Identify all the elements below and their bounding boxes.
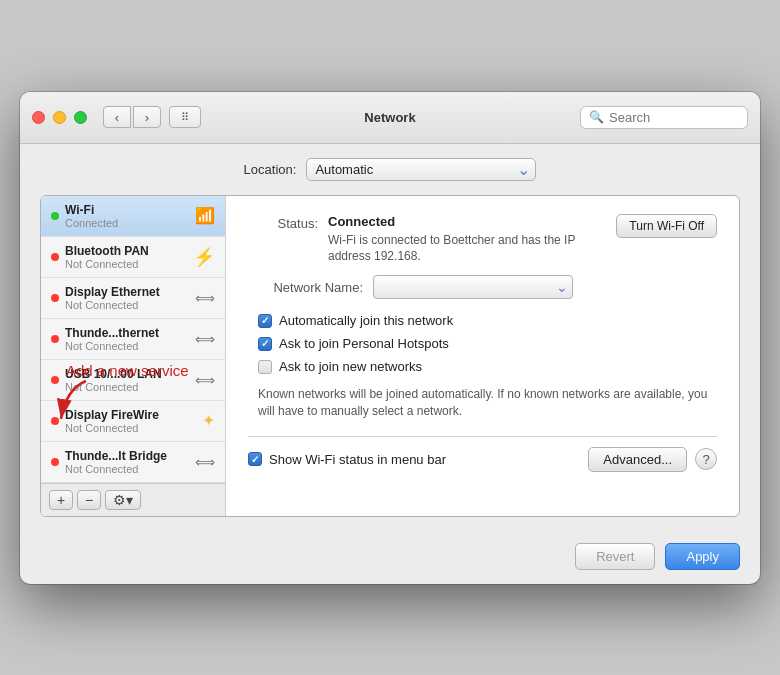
ethernet-icon: ⟺ <box>195 331 215 347</box>
minimize-button[interactable] <box>53 111 66 124</box>
close-button[interactable] <box>32 111 45 124</box>
network-name-label: Network Name: <box>248 280 363 295</box>
firewire-icon: ✦ <box>202 411 215 430</box>
sidebar-item-thunderbolt-bridge[interactable]: Thunde...lt Bridge Not Connected ⟺ <box>41 442 225 483</box>
personal-hotspot-label: Ask to join Personal Hotspots <box>279 336 449 351</box>
status-dot-green <box>51 212 59 220</box>
nav-buttons: ‹ › <box>103 106 161 128</box>
sidebar-item-name: Thunde...lt Bridge <box>65 449 191 463</box>
status-dot-red <box>51 458 59 466</box>
status-dot-red <box>51 335 59 343</box>
add-service-button[interactable]: + <box>49 490 73 510</box>
sidebar-item-text: Display Ethernet Not Connected <box>65 285 191 311</box>
auto-join-label: Automatically join this network <box>279 313 453 328</box>
sidebar: Wi-Fi Connected 📶 Bluetooth PAN Not Conn… <box>41 196 226 516</box>
sidebar-item-name: USB 10/...00 LAN <box>65 367 191 381</box>
network-preferences-window: ‹ › ⠿ Network 🔍 Location: Automatic ⌄ <box>20 92 760 584</box>
known-networks-text: Known networks will be joined automatica… <box>258 386 717 420</box>
location-select[interactable]: Automatic <box>306 158 536 181</box>
main-area: Wi-Fi Connected 📶 Bluetooth PAN Not Conn… <box>40 195 740 517</box>
network-name-select-wrapper: ⌄ <box>373 275 573 299</box>
sidebar-item-wifi[interactable]: Wi-Fi Connected 📶 <box>41 196 225 237</box>
show-menubar-row: Show Wi-Fi status in menu bar <box>248 452 588 467</box>
ethernet-icon: ⟺ <box>195 290 215 306</box>
window-title: Network <box>364 110 415 125</box>
sidebar-item-text: Thunde...thernet Not Connected <box>65 326 191 352</box>
plus-icon: + <box>57 492 65 508</box>
status-dot-red <box>51 294 59 302</box>
apply-button[interactable]: Apply <box>665 543 740 570</box>
personal-hotspot-checkbox[interactable] <box>258 337 272 351</box>
revert-button[interactable]: Revert <box>575 543 655 570</box>
sidebar-item-status: Not Connected <box>65 463 191 475</box>
ethernet-icon: ⟺ <box>195 372 215 388</box>
sidebar-item-text: Bluetooth PAN Not Connected <box>65 244 189 270</box>
forward-button[interactable]: › <box>133 106 161 128</box>
status-connected: Connected <box>328 214 606 229</box>
grid-button[interactable]: ⠿ <box>169 106 201 128</box>
checkboxes: Automatically join this network Ask to j… <box>258 313 717 374</box>
status-dot-red <box>51 417 59 425</box>
checkbox-row-personal-hotspot: Ask to join Personal Hotspots <box>258 336 717 351</box>
maximize-button[interactable] <box>74 111 87 124</box>
titlebar: ‹ › ⠿ Network 🔍 <box>20 92 760 144</box>
ethernet-icon: ⟺ <box>195 454 215 470</box>
help-button[interactable]: ? <box>695 448 717 470</box>
sidebar-wrapper: Wi-Fi Connected 📶 Bluetooth PAN Not Conn… <box>41 196 225 483</box>
auto-join-checkbox[interactable] <box>258 314 272 328</box>
traffic-lights <box>32 111 87 124</box>
grid-icon: ⠿ <box>181 111 189 124</box>
location-select-wrapper: Automatic ⌄ <box>306 158 536 181</box>
status-text-block: Connected Wi-Fi is connected to Boettche… <box>328 214 606 266</box>
search-bar[interactable]: 🔍 <box>580 106 748 129</box>
sidebar-item-status: Not Connected <box>65 258 189 270</box>
sidebar-item-name: Display FireWire <box>65 408 198 422</box>
network-name-select[interactable] <box>373 275 573 299</box>
checkbox-row-auto-join: Automatically join this network <box>258 313 717 328</box>
back-icon: ‹ <box>115 110 119 125</box>
sidebar-item-text: Display FireWire Not Connected <box>65 408 198 434</box>
sidebar-item-bluetooth[interactable]: Bluetooth PAN Not Connected ⚡ <box>41 237 225 278</box>
location-row: Location: Automatic ⌄ <box>40 158 740 181</box>
forward-icon: › <box>145 110 149 125</box>
show-menubar-checkbox[interactable] <box>248 452 262 466</box>
advanced-button[interactable]: Advanced... <box>588 447 687 472</box>
sidebar-item-usb-lan[interactable]: USB 10/...00 LAN Not Connected ⟺ <box>41 360 225 401</box>
show-menubar-label: Show Wi-Fi status in menu bar <box>269 452 446 467</box>
status-dot-red <box>51 376 59 384</box>
gear-icon: ⚙▾ <box>113 492 133 508</box>
search-input[interactable] <box>609 110 739 125</box>
sidebar-item-thunderbolt-ethernet[interactable]: Thunde...thernet Not Connected ⟺ <box>41 319 225 360</box>
status-label: Status: <box>248 214 318 231</box>
bottom-right: Advanced... ? <box>588 447 717 472</box>
status-dot-red <box>51 253 59 261</box>
sidebar-item-name: Bluetooth PAN <box>65 244 189 258</box>
sidebar-item-status: Connected <box>65 217 191 229</box>
status-description: Wi-Fi is connected to Boettcher and has … <box>328 232 606 266</box>
sidebar-item-display-ethernet[interactable]: Display Ethernet Not Connected ⟺ <box>41 278 225 319</box>
sidebar-item-text: Wi-Fi Connected <box>65 203 191 229</box>
sidebar-item-name: Wi-Fi <box>65 203 191 217</box>
sidebar-item-name: Thunde...thernet <box>65 326 191 340</box>
remove-service-button[interactable]: − <box>77 490 101 510</box>
bluetooth-icon: ⚡ <box>193 246 215 268</box>
new-networks-label: Ask to join new networks <box>279 359 422 374</box>
sidebar-item-status: Not Connected <box>65 381 191 393</box>
new-networks-checkbox[interactable] <box>258 360 272 374</box>
help-icon: ? <box>702 452 709 467</box>
wifi-icon: 📶 <box>195 206 215 225</box>
status-row: Status: Connected Wi-Fi is connected to … <box>248 214 717 266</box>
sidebar-item-status: Not Connected <box>65 299 191 311</box>
turn-wifi-off-button[interactable]: Turn Wi-Fi Off <box>616 214 717 238</box>
sidebar-item-status: Not Connected <box>65 422 198 434</box>
footer-buttons: Revert Apply <box>20 531 760 584</box>
search-icon: 🔍 <box>589 110 604 124</box>
location-label: Location: <box>244 162 297 177</box>
gear-menu-button[interactable]: ⚙▾ <box>105 490 141 510</box>
bottom-bar: Show Wi-Fi status in menu bar Advanced..… <box>248 436 717 472</box>
sidebar-item-firewire[interactable]: Display FireWire Not Connected ✦ <box>41 401 225 442</box>
sidebar-item-name: Display Ethernet <box>65 285 191 299</box>
content-area: Location: Automatic ⌄ Wi-Fi <box>20 144 760 531</box>
sidebar-bottom: + − ⚙▾ <box>41 483 225 516</box>
back-button[interactable]: ‹ <box>103 106 131 128</box>
